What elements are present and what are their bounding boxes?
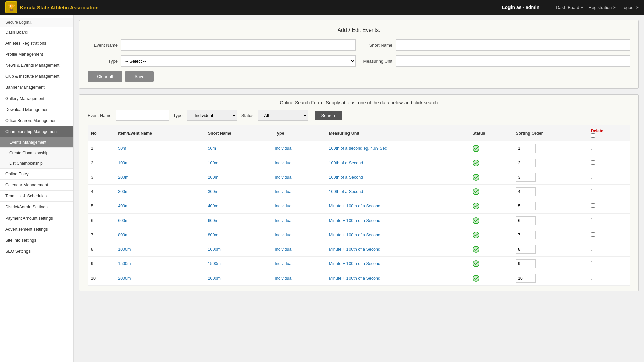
delete-checkbox[interactable] bbox=[591, 247, 595, 251]
status-check-icon bbox=[472, 145, 509, 152]
cell-short-name[interactable]: 200m bbox=[205, 170, 272, 185]
cell-no: 9 bbox=[88, 257, 115, 271]
delete-checkbox[interactable] bbox=[591, 232, 595, 237]
search-type-select[interactable]: -- Individual -- bbox=[187, 110, 237, 121]
cell-type: Individual bbox=[271, 170, 325, 185]
cell-event-name[interactable]: 50m bbox=[115, 141, 204, 156]
sidebar-item-16[interactable]: District/Admin Settings bbox=[0, 202, 73, 213]
cell-event-name[interactable]: 1500m bbox=[115, 257, 204, 271]
delete-checkbox[interactable] bbox=[591, 218, 595, 222]
table-row: 2100m100mIndividual100th of a Second bbox=[88, 156, 630, 170]
main-content: Add / Edit Events. Event Name Short Name… bbox=[74, 15, 644, 362]
sorting-order-input[interactable] bbox=[516, 274, 536, 283]
delete-checkbox[interactable] bbox=[591, 261, 595, 265]
sidebar-item-1[interactable]: Athletes Registrations bbox=[0, 38, 73, 49]
nav-dashboard[interactable]: Dash Board ➤ bbox=[556, 5, 583, 10]
cell-no: 6 bbox=[88, 214, 115, 228]
table-header-0: No bbox=[88, 125, 115, 141]
nav-logout[interactable]: Logout ➤ bbox=[621, 5, 639, 10]
delete-all-checkbox[interactable] bbox=[591, 133, 595, 138]
search-event-input[interactable] bbox=[116, 110, 169, 121]
sorting-order-input[interactable] bbox=[516, 259, 536, 268]
top-nav: 🏆 Kerala State Athletic Association Logi… bbox=[0, 0, 644, 15]
sidebar-item-18[interactable]: Advertisement settings bbox=[0, 224, 73, 235]
cell-short-name[interactable]: 400m bbox=[205, 199, 272, 214]
event-name-input[interactable] bbox=[121, 39, 356, 51]
cell-type: Individual bbox=[271, 156, 325, 170]
cell-event-name[interactable]: 200m bbox=[115, 170, 204, 185]
sidebar-item-5[interactable]: Banner Management bbox=[0, 82, 73, 93]
sidebar-item-3[interactable]: News & Events Management bbox=[0, 60, 73, 71]
delete-checkbox[interactable] bbox=[591, 175, 595, 179]
delete-checkbox[interactable] bbox=[591, 203, 595, 208]
type-select[interactable]: -- Select -- bbox=[121, 55, 356, 67]
sidebar-subitem-12[interactable]: List Championship bbox=[0, 158, 73, 169]
cell-delete bbox=[588, 242, 630, 257]
search-button[interactable]: Search bbox=[315, 111, 342, 120]
sorting-order-input[interactable] bbox=[516, 173, 536, 182]
cell-event-name[interactable]: 800m bbox=[115, 228, 204, 242]
cell-event-name[interactable]: 400m bbox=[115, 199, 204, 214]
cell-measuring-unit: Minute + 100th of a Second bbox=[326, 271, 469, 286]
sidebar-subitem-10[interactable]: Events Management bbox=[0, 137, 73, 148]
delete-checkbox[interactable] bbox=[591, 189, 595, 193]
cell-event-name[interactable]: 300m bbox=[115, 185, 204, 199]
delete-checkbox[interactable] bbox=[591, 160, 595, 165]
cell-measuring-unit: Minute + 100th of a Second bbox=[326, 199, 469, 214]
sidebar-item-7[interactable]: Download Management bbox=[0, 104, 73, 115]
clear-all-button[interactable]: Clear all bbox=[88, 71, 122, 82]
sidebar-item-20[interactable]: SEO Settings bbox=[0, 246, 73, 257]
sidebar-item-8[interactable]: Office Bearers Management bbox=[0, 115, 73, 126]
cell-type: Individual bbox=[271, 257, 325, 271]
sorting-order-input[interactable] bbox=[516, 245, 536, 254]
cell-short-name[interactable]: 50m bbox=[205, 141, 272, 156]
cell-short-name[interactable]: 800m bbox=[205, 228, 272, 242]
sidebar-subitem-11[interactable]: Create Championship bbox=[0, 148, 73, 158]
status-check-icon bbox=[472, 174, 509, 181]
table-row: 4300m300mIndividual100th of a Second bbox=[88, 185, 630, 199]
sorting-order-input[interactable] bbox=[516, 159, 536, 167]
sidebar-item-13[interactable]: Online Entry bbox=[0, 169, 73, 180]
cell-short-name[interactable]: 2000m bbox=[205, 271, 272, 286]
logo-badge: 🏆 bbox=[5, 1, 17, 13]
sidebar-item-0[interactable]: Dash Board bbox=[0, 27, 73, 38]
sidebar-item-15[interactable]: Team list & Schedules bbox=[0, 191, 73, 202]
short-name-input[interactable] bbox=[396, 39, 630, 51]
sorting-order-input[interactable] bbox=[516, 231, 536, 239]
cell-measuring-unit: 100th of a Second bbox=[326, 170, 469, 185]
cell-event-name[interactable]: 1000m bbox=[115, 242, 204, 257]
measuring-unit-input[interactable] bbox=[396, 55, 630, 67]
form-buttons: Clear all Save bbox=[88, 71, 630, 82]
search-title: Online Search Form . Supply at least one… bbox=[88, 100, 630, 105]
cell-delete bbox=[588, 214, 630, 228]
delete-checkbox[interactable] bbox=[591, 146, 595, 150]
sorting-order-input[interactable] bbox=[516, 187, 536, 196]
sorting-order-input[interactable] bbox=[516, 202, 536, 210]
sorting-order-input[interactable] bbox=[516, 216, 536, 225]
cell-short-name[interactable]: 100m bbox=[205, 156, 272, 170]
sidebar-item-9[interactable]: Championship Management bbox=[0, 126, 73, 137]
cell-short-name[interactable]: 600m bbox=[205, 214, 272, 228]
form-row-1: Event Name Short Name bbox=[88, 39, 630, 51]
delete-checkbox[interactable] bbox=[591, 276, 595, 280]
cell-event-name[interactable]: 2000m bbox=[115, 271, 204, 286]
cell-sorting-order bbox=[512, 156, 587, 170]
sidebar-item-2[interactable]: Profile Management bbox=[0, 49, 73, 60]
search-status-select[interactable]: --All-- bbox=[258, 110, 308, 121]
sorting-order-input[interactable] bbox=[516, 144, 536, 153]
cell-short-name[interactable]: 1500m bbox=[205, 257, 272, 271]
secure-login-text: Secure Login.l... bbox=[0, 18, 73, 27]
sidebar-item-4[interactable]: Club & Institute Management bbox=[0, 71, 73, 82]
cell-event-name[interactable]: 100m bbox=[115, 156, 204, 170]
sidebar-item-6[interactable]: Gallery Management bbox=[0, 93, 73, 104]
sidebar-item-14[interactable]: Calendar Management bbox=[0, 180, 73, 191]
sidebar-item-19[interactable]: Site info settings bbox=[0, 235, 73, 246]
nav-registration[interactable]: Registration ➤ bbox=[589, 5, 616, 10]
cell-delete bbox=[588, 156, 630, 170]
login-info: Login as - admin bbox=[502, 5, 539, 10]
save-button[interactable]: Save bbox=[125, 71, 154, 82]
cell-short-name[interactable]: 1000m bbox=[205, 242, 272, 257]
cell-short-name[interactable]: 300m bbox=[205, 185, 272, 199]
cell-event-name[interactable]: 600m bbox=[115, 214, 204, 228]
sidebar-item-17[interactable]: Payment Amount settings bbox=[0, 213, 73, 224]
